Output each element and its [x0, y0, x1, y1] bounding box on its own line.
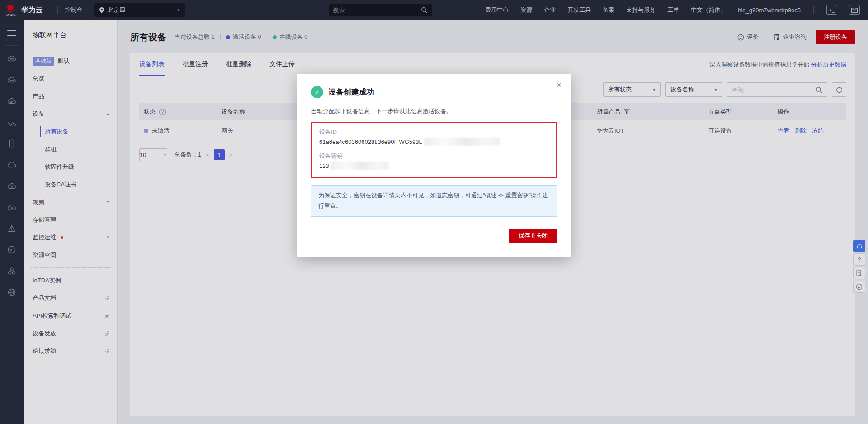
- device-id-value: 61a6ea4c603606028836e90f_WG593L: [319, 138, 422, 145]
- modal-subtitle: 自动分配以下设备信息，下一步请以此信息激活设备。: [311, 107, 557, 115]
- redacted-blur: [424, 138, 500, 146]
- device-id-label: 设备ID: [319, 128, 549, 136]
- save-and-close-button[interactable]: 保存并关闭: [509, 229, 557, 243]
- redacted-blur: [331, 162, 389, 170]
- device-secret-label: 设备密钥: [319, 152, 549, 160]
- device-secret-value: 123: [319, 162, 329, 169]
- credentials-highlight-box: 设备ID 61a6ea4c603606028836e90f_WG593L 设备密…: [311, 122, 557, 178]
- device-created-modal: × ✓ 设备创建成功 自动分配以下设备信息，下一步请以此信息激活设备。 设备ID…: [297, 74, 571, 257]
- security-notice: 为保证安全，密钥在设备详情页内不可见，如遗忘密钥，可通过“概述 -> 重置密钥”…: [311, 185, 557, 217]
- success-check-icon: ✓: [311, 86, 323, 98]
- close-icon[interactable]: ×: [557, 81, 561, 89]
- modal-title: 设备创建成功: [328, 87, 374, 97]
